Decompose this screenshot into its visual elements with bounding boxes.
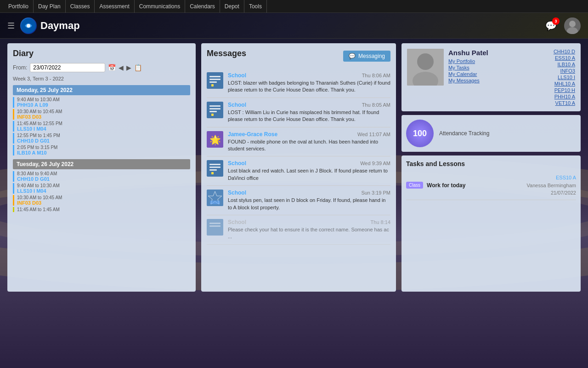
nav-calendars[interactable]: Calendars — [185, 0, 220, 13]
my-messages-link[interactable]: My Messages — [448, 78, 549, 83]
lesson-item: 11:45 AM to 1:45 AM — [13, 207, 190, 212]
diary-panel: Diary From: 📅 ◀ ▶ 📋 Week 3, Term 3 - 202… — [7, 43, 196, 292]
svg-rect-26 — [209, 223, 220, 224]
message-text: FOUND - mobile phone on the oval at lunc… — [228, 138, 390, 153]
message-item: School Thu 8:06 AM LOST: blazer with bad… — [207, 69, 390, 98]
message-body: Jamee-Grace Rose Wed 11:07 AM FOUND - mo… — [228, 131, 390, 153]
course-phh10a[interactable]: PHH10 A — [554, 94, 575, 99]
my-tasks-link[interactable]: My Tasks — [448, 65, 549, 70]
svg-rect-13 — [209, 111, 217, 112]
lesson-link[interactable]: CHH10 D G01 — [17, 138, 68, 144]
message-item: School Thu 8:14 Please check your hat to… — [207, 215, 390, 245]
svg-rect-20 — [209, 169, 217, 171]
user-avatar[interactable] — [564, 17, 581, 34]
nav-dayplan[interactable]: Day Plan — [34, 0, 66, 13]
lesson-link[interactable]: CHH10 D G01 — [17, 176, 68, 182]
message-avatar — [207, 219, 223, 236]
message-sender-row: School Thu 8:06 AM — [228, 72, 390, 79]
nav-communications[interactable]: Communications — [135, 0, 185, 13]
next-date-icon[interactable]: ▶ — [126, 64, 131, 71]
message-body: School Sun 3:19 PM Lost stylus pen, last… — [228, 190, 390, 211]
svg-rect-19 — [209, 167, 220, 168]
lesson-link[interactable]: LLS10 I M04 — [17, 188, 68, 194]
lesson-link[interactable]: INF03 D03 — [17, 114, 68, 120]
hamburger-menu-icon[interactable]: ☰ — [7, 21, 15, 31]
calendar-icon[interactable]: 📅 — [108, 64, 116, 71]
lesson-link[interactable]: ILB10 A M10 — [17, 150, 68, 155]
nav-assessment[interactable]: Assessment — [95, 0, 134, 13]
background-area: Diary From: 📅 ◀ ▶ 📋 Week 3, Term 3 - 202… — [0, 39, 588, 368]
message-sender[interactable]: School — [228, 219, 246, 225]
date-input[interactable] — [30, 63, 105, 72]
lesson-item: 9:40 AM to 10:30 AM LLS10 I M04 — [13, 183, 190, 194]
right-panel: Anshu Patel My Portfolio My Tasks My Cal… — [401, 43, 581, 292]
diary-title: Diary — [13, 49, 190, 58]
svg-rect-6 — [209, 76, 220, 77]
class-badge: Class — [406, 182, 423, 189]
message-sender[interactable]: Jamee-Grace Rose — [228, 131, 277, 138]
nav-tools[interactable]: Tools — [244, 0, 267, 13]
header-right: 💬 3 — [545, 17, 581, 34]
svg-rect-21 — [211, 172, 214, 174]
lesson-item: 11:45 AM to 12:55 PM LLS10 I M04 — [13, 121, 190, 132]
nav-depot[interactable]: Depot — [220, 0, 244, 13]
lesson-time: 10:30 AM to 10:45 AM — [17, 109, 68, 114]
nav-classes[interactable]: Classes — [66, 0, 95, 13]
tuesday-header: Tuesday, 26 July 2022 — [13, 159, 190, 169]
message-time: Thu 8:14 — [371, 219, 390, 225]
date-row: From: 📅 ◀ ▶ 📋 — [13, 63, 190, 72]
message-text: Lost black and red watch. Last seen in J… — [228, 167, 390, 182]
message-item: 🌟 Jamee-Grace Rose Wed 11:07 AM FOUND - … — [207, 127, 390, 157]
messaging-button[interactable]: 💬 Messaging — [343, 51, 390, 62]
course-lls10i[interactable]: LLS10 I — [558, 75, 575, 80]
nav-portfolio[interactable]: Portfolio — [4, 0, 34, 13]
today-icon[interactable]: 📋 — [134, 64, 142, 71]
message-body: School Wed 9:39 AM Lost black and red wa… — [228, 160, 390, 182]
course-vet10a[interactable]: VET10 A — [555, 100, 575, 106]
lesson-link[interactable]: LLS10 I M04 — [17, 126, 68, 132]
task-name[interactable]: Work for today — [427, 182, 523, 189]
message-body: School Thu 8:14 Please check your hat to… — [228, 219, 390, 241]
tasks-title: Tasks and Lessons — [406, 160, 576, 167]
svg-point-29 — [417, 53, 434, 70]
lesson-item: 10:30 AM to 10:45 AM INF03 D03 — [13, 195, 190, 206]
svg-rect-24 — [210, 201, 220, 204]
logo-wrap: Daymap — [20, 17, 80, 34]
message-sender[interactable]: School — [228, 102, 246, 108]
message-item: School Wed 9:39 AM Lost black and red wa… — [207, 156, 390, 186]
lesson-link[interactable]: PHH10 A L09 — [17, 102, 68, 108]
prev-date-icon[interactable]: ◀ — [119, 64, 124, 71]
message-sender[interactable]: School — [228, 160, 246, 167]
task-meta: ESS10 A Vanessa Bermingham 21/07/2022 — [527, 174, 576, 197]
message-sender[interactable]: School — [228, 72, 246, 79]
course-ess10a[interactable]: ESS10 A — [555, 55, 575, 61]
lesson-time: 12:55 PM to 1:45 PM — [17, 133, 68, 138]
message-avatar — [207, 190, 223, 206]
task-teacher: Vanessa Bermingham — [527, 182, 576, 190]
profile-links: My Portfolio My Tasks My Calendar My Mes… — [448, 58, 549, 83]
task-date: 21/07/2022 — [527, 189, 576, 197]
messages-list[interactable]: School Thu 8:06 AM LOST: blazer with bad… — [207, 69, 390, 245]
lesson-time: 11:45 AM to 1:45 AM — [17, 207, 68, 212]
lesson-link[interactable]: INF03 D03 — [17, 200, 68, 206]
course-info3[interactable]: INFO3 — [560, 68, 575, 74]
svg-point-3 — [569, 21, 576, 27]
message-sender-row: School Thu 8:05 AM — [228, 102, 390, 108]
diary-scroll[interactable]: Monday, 25 July 2022 9:40 AM to 10:30 AM… — [13, 85, 190, 213]
week-info: Week 3, Term 3 - 2022 — [13, 76, 190, 81]
message-avatar — [207, 160, 223, 177]
course-mhl10a[interactable]: MHL10 A — [554, 81, 575, 86]
message-text: LOST : William Liu in Curie has misplace… — [228, 109, 390, 123]
course-pep10h[interactable]: PEP10 H — [554, 87, 575, 93]
course-ilb10a[interactable]: ILB10 A — [557, 62, 575, 67]
lesson-time: 11:45 AM to 12:55 PM — [17, 121, 68, 126]
messages-icon-wrap[interactable]: 💬 3 — [545, 20, 557, 31]
svg-rect-14 — [211, 114, 214, 116]
messages-badge: 3 — [552, 17, 560, 25]
my-portfolio-link[interactable]: My Portfolio — [448, 58, 549, 64]
message-sender[interactable]: School — [228, 190, 246, 196]
course-chh10d[interactable]: CHH10 D — [554, 49, 575, 54]
message-time: Wed 11:07 AM — [357, 132, 390, 137]
my-calendar-link[interactable]: My Calendar — [448, 71, 549, 77]
task-course[interactable]: ESS10 A — [527, 174, 576, 182]
